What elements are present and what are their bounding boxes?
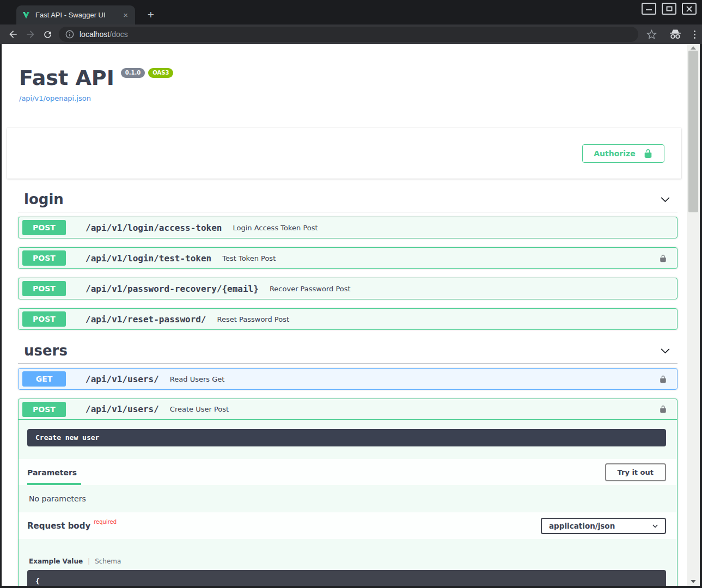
operation-path: /api/v1/password-recovery/{email} xyxy=(86,284,259,294)
method-badge: GET xyxy=(22,371,66,387)
opblock-password-recovery: POST /api/v1/password-recovery/{email} R… xyxy=(18,278,677,299)
operation-description: Create new user xyxy=(27,429,666,446)
operation-summary[interactable]: GET /api/v1/users/ Read Users Get xyxy=(19,369,677,389)
operation-path: /api/v1/users/ xyxy=(86,404,159,414)
url-host: localhost xyxy=(80,30,109,39)
operation-summary-text: Create User Post xyxy=(170,405,659,413)
tab-title: Fast API - Swagger UI xyxy=(35,11,117,19)
operation-path: /api/v1/reset-password/ xyxy=(86,314,206,324)
chevron-down-icon[interactable] xyxy=(660,194,671,205)
address-bar[interactable]: localhost/docs xyxy=(59,27,638,42)
method-badge: POST xyxy=(22,250,66,266)
content-type-value: application/json xyxy=(549,522,615,530)
opblock-read-users: GET /api/v1/users/ Read Users Get xyxy=(18,368,677,390)
tab-parameters[interactable]: Parameters xyxy=(27,468,81,485)
toolbar-right xyxy=(646,24,695,44)
operation-summary-text: Test Token Post xyxy=(222,254,659,262)
request-body-header: Request bodyrequired application/json xyxy=(19,512,677,539)
auth-lock-icon[interactable] xyxy=(659,405,667,413)
method-badge: POST xyxy=(22,402,66,417)
operation-path: /api/v1/login/access-token xyxy=(86,223,222,233)
page-scrollbar[interactable] xyxy=(687,44,700,586)
api-info: Fast API 0.1.0 OAS3 /api/v1/openapi.json xyxy=(2,44,687,103)
section-title: users xyxy=(24,342,68,359)
authorize-button[interactable]: Authorize xyxy=(582,144,664,163)
scheme-container: Authorize xyxy=(7,128,681,179)
browser-tab[interactable]: Fast API - Swagger UI × xyxy=(16,5,135,24)
fastapi-favicon-icon xyxy=(22,11,30,20)
operation-summary[interactable]: POST /api/v1/login/access-token Login Ac… xyxy=(19,217,677,238)
tab-schema[interactable]: Schema xyxy=(95,558,121,565)
minimize-button[interactable] xyxy=(642,3,656,15)
scroll-down-arrow-icon[interactable] xyxy=(691,580,696,583)
tab-close-icon[interactable]: × xyxy=(121,10,130,20)
browser-window: Fast API - Swagger UI × + xyxy=(0,0,702,588)
authorize-label: Authorize xyxy=(594,149,635,158)
opblock-login-test-token: POST /api/v1/login/test-token Test Token… xyxy=(18,247,677,269)
auth-lock-icon[interactable] xyxy=(659,375,667,383)
bookmark-star-icon[interactable] xyxy=(646,29,657,40)
openapi-spec-link[interactable]: /api/v1/openapi.json xyxy=(19,94,91,102)
browser-menu-icon[interactable] xyxy=(694,30,695,39)
page-info-icon[interactable] xyxy=(65,30,74,39)
operation-summary[interactable]: POST /api/v1/login/test-token Test Token… xyxy=(19,248,677,268)
reload-icon[interactable] xyxy=(42,29,53,40)
chevron-down-icon[interactable] xyxy=(660,345,671,357)
version-badge: 0.1.0 xyxy=(121,68,145,78)
maximize-button[interactable] xyxy=(662,3,676,15)
scrollbar-thumb[interactable] xyxy=(688,51,698,212)
url-text: localhost/docs xyxy=(80,30,128,39)
scroll-up-arrow-icon[interactable] xyxy=(691,46,696,50)
page-title: Fast API xyxy=(19,66,114,90)
operation-body: Create new user Parameters Try it out No… xyxy=(19,429,677,586)
auth-lock-icon[interactable] xyxy=(659,254,667,262)
try-it-out-button[interactable]: Try it out xyxy=(605,463,666,481)
section-title: login xyxy=(24,191,64,208)
unlocked-padlock-icon xyxy=(643,149,653,158)
oas3-badge: OAS3 xyxy=(148,68,173,78)
operation-summary-text: Recover Password Post xyxy=(270,285,667,293)
browser-titlebar: Fast API - Swagger UI × + xyxy=(0,0,702,24)
api-badges: 0.1.0 OAS3 xyxy=(121,68,174,78)
required-flag: required xyxy=(94,519,117,525)
operation-summary[interactable]: POST /api/v1/users/ Create User Post xyxy=(19,399,677,420)
new-tab-button[interactable]: + xyxy=(143,7,159,23)
forward-icon[interactable] xyxy=(25,29,36,40)
section-header-login[interactable]: login xyxy=(18,191,677,212)
incognito-icon xyxy=(669,29,682,40)
operation-path: /api/v1/users/ xyxy=(86,374,159,384)
select-chevron-icon xyxy=(651,522,659,530)
back-icon[interactable] xyxy=(8,29,19,40)
swagger-page: Fast API 0.1.0 OAS3 /api/v1/openapi.json… xyxy=(2,44,687,586)
operation-summary-text: Reset Password Post xyxy=(217,315,667,323)
window-controls xyxy=(642,3,697,15)
example-code-block: { xyxy=(27,570,666,586)
operations-login: POST /api/v1/login/access-token Login Ac… xyxy=(18,217,677,330)
content-type-select[interactable]: application/json xyxy=(541,518,666,534)
opblock-reset-password: POST /api/v1/reset-password/ Reset Passw… xyxy=(18,308,677,330)
tab-example-value[interactable]: Example Value xyxy=(29,558,83,565)
operations-users: GET /api/v1/users/ Read Users Get POST /… xyxy=(18,368,677,586)
operation-summary[interactable]: POST /api/v1/password-recovery/{email} R… xyxy=(19,278,677,299)
api-sections: login POST /api/v1/login/access-token Lo… xyxy=(2,191,687,586)
opblock-create-user: POST /api/v1/users/ Create User Post Cre… xyxy=(18,399,677,586)
tab-separator: | xyxy=(88,558,90,565)
url-path: /docs xyxy=(109,30,127,39)
nav-icons xyxy=(0,29,53,40)
method-badge: POST xyxy=(22,281,66,296)
operation-summary-text: Login Access Token Post xyxy=(233,224,667,232)
request-body-label: Request body xyxy=(27,521,90,531)
model-example-tabs: Example Value | Schema xyxy=(29,558,668,565)
section-header-users[interactable]: users xyxy=(18,342,677,364)
method-badge: POST xyxy=(22,220,66,235)
operation-path: /api/v1/login/test-token xyxy=(86,253,211,264)
parameters-header: Parameters Try it out xyxy=(19,459,677,485)
no-parameters-text: No parameters xyxy=(19,485,677,512)
opblock-login-access-token: POST /api/v1/login/access-token Login Ac… xyxy=(18,217,677,238)
method-badge: POST xyxy=(22,311,66,327)
operation-summary-text: Read Users Get xyxy=(170,375,659,383)
close-button[interactable] xyxy=(682,3,697,15)
code-line: { xyxy=(35,577,40,585)
browser-toolbar: localhost/docs xyxy=(0,24,702,44)
operation-summary[interactable]: POST /api/v1/reset-password/ Reset Passw… xyxy=(19,309,677,329)
